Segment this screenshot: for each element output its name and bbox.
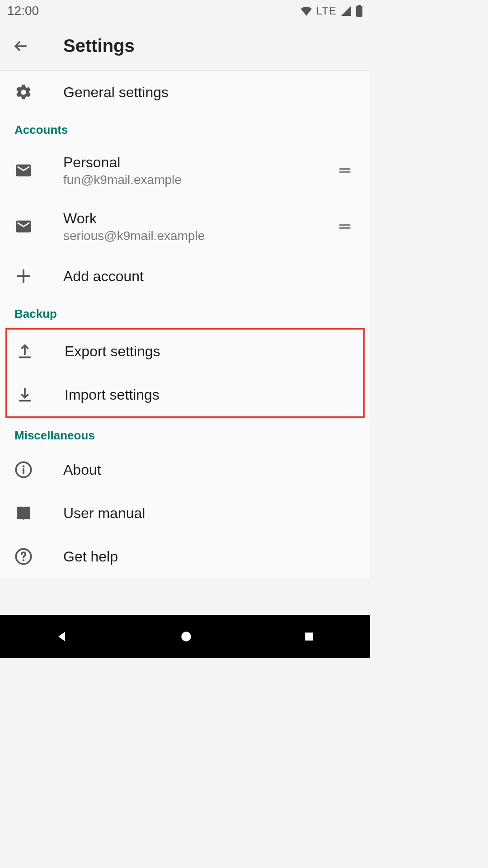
export-settings-item[interactable]: Export settings bbox=[7, 330, 363, 373]
account-email: serious@k9mail.example bbox=[63, 229, 334, 243]
import-settings-label: Import settings bbox=[65, 387, 349, 403]
svg-rect-1 bbox=[357, 5, 361, 7]
gear-icon bbox=[14, 83, 33, 101]
drag-handle[interactable] bbox=[334, 218, 356, 235]
svg-rect-0 bbox=[356, 6, 362, 17]
drag-handle[interactable] bbox=[334, 162, 356, 179]
page-title: Settings bbox=[63, 36, 135, 56]
account-name: Personal bbox=[63, 154, 334, 171]
status-icons: LTE bbox=[300, 5, 363, 17]
clock: 12:00 bbox=[7, 4, 39, 18]
mail-icon bbox=[14, 161, 33, 179]
get-help-label: Get help bbox=[63, 548, 356, 565]
general-settings-item[interactable]: General settings bbox=[0, 71, 370, 114]
export-settings-label: Export settings bbox=[65, 343, 349, 360]
account-name: Work bbox=[63, 210, 334, 227]
help-icon bbox=[14, 547, 33, 566]
svg-point-5 bbox=[23, 559, 24, 561]
nav-back-button[interactable] bbox=[54, 628, 70, 645]
mail-icon bbox=[14, 217, 33, 236]
accounts-section-header: Accounts bbox=[0, 114, 370, 142]
backup-highlight: Export settings Import settings bbox=[5, 328, 365, 418]
svg-point-6 bbox=[182, 632, 191, 641]
account-item-personal[interactable]: Personal fun@k9mail.example bbox=[0, 142, 370, 198]
user-manual-label: User manual bbox=[63, 505, 356, 522]
battery-icon bbox=[356, 5, 363, 17]
svg-rect-7 bbox=[305, 632, 313, 641]
download-icon bbox=[16, 386, 34, 404]
book-icon bbox=[14, 504, 33, 522]
back-button[interactable] bbox=[13, 38, 38, 54]
nav-bar bbox=[0, 615, 370, 658]
signal-icon bbox=[340, 6, 352, 16]
add-account-item[interactable]: Add account bbox=[0, 255, 370, 298]
cellular-label: LTE bbox=[316, 5, 337, 17]
info-icon bbox=[14, 461, 33, 479]
svg-point-3 bbox=[23, 465, 25, 467]
import-settings-item[interactable]: Import settings bbox=[7, 373, 363, 416]
account-item-work[interactable]: Work serious@k9mail.example bbox=[0, 198, 370, 255]
plus-icon bbox=[14, 267, 33, 285]
wifi-icon bbox=[300, 6, 313, 16]
get-help-item[interactable]: Get help bbox=[0, 535, 370, 578]
upload-icon bbox=[16, 342, 34, 360]
nav-recent-button[interactable] bbox=[302, 630, 316, 643]
user-manual-item[interactable]: User manual bbox=[0, 491, 370, 535]
add-account-label: Add account bbox=[63, 268, 356, 285]
account-email: fun@k9mail.example bbox=[63, 173, 334, 187]
general-settings-label: General settings bbox=[63, 84, 356, 101]
about-item[interactable]: About bbox=[0, 448, 370, 491]
backup-section-header: Backup bbox=[0, 298, 370, 326]
misc-section-header: Miscellaneous bbox=[0, 420, 370, 448]
settings-content: General settings Accounts Personal fun@k… bbox=[0, 71, 370, 578]
status-bar: 12:00 LTE bbox=[0, 0, 370, 22]
nav-home-button[interactable] bbox=[179, 629, 193, 644]
app-bar: Settings bbox=[0, 22, 370, 71]
about-label: About bbox=[63, 462, 356, 478]
